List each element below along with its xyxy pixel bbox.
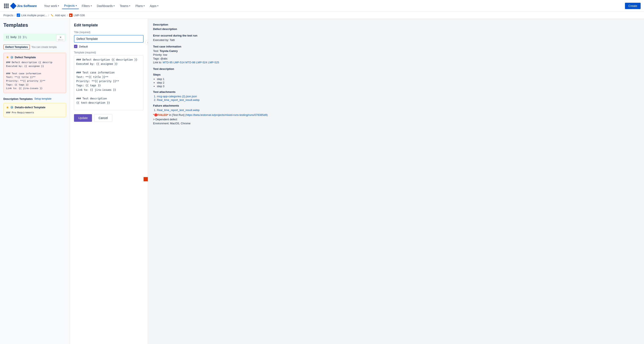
title-field-group: Title (required) [74,31,144,43]
chevron-icon: ▾ [157,5,158,7]
breadcrumb-lmp-536[interactable]: LMP-536 [74,14,85,17]
desc-templates-section: Description Templates Setup template [0,95,70,101]
chevron-icon: ▾ [91,5,92,7]
sidebar-header: Templates [0,19,70,31]
error-section-title: Error occurred during the test run [153,34,639,37]
update-button[interactable]: Update [74,114,92,122]
breadcrumb-red-icon: ▶ [69,13,72,17]
attachment-link-2[interactable]: Real_time_report_test_result.webp [157,98,200,102]
title-input[interactable] [74,35,144,43]
template-field-label: Template (required) [74,51,144,54]
template-field-group: Template (required) ### Defect descripti… [74,51,144,111]
title-field-label: Title (required) [74,31,144,34]
breadcrumb-link-multiple[interactable]: Link multiple projec... [21,14,47,17]
star-icon: ★ [6,106,9,109]
link-lmp514[interactable]: LMP-514 [173,61,184,64]
steps-section-title: Steps [153,73,639,76]
breadcrumb-pencil-icon: ✏️ [50,13,54,17]
main-layout: Templates {{ body }} }); × [Esc] Defect … [0,19,644,344]
details-defect-content: ### Pre-Requirements [6,111,64,115]
code-block: {{ body }} }); × [Esc] [4,33,66,41]
link-row: Link to: MTD-95 LMP-514 MTD-98 LMP-524 L… [153,61,639,64]
desc-templates-label: Description Templates [4,97,32,100]
failed-suffix: in [Test Run] [169,113,184,117]
svg-marker-0 [144,175,148,183]
test-case-section-title: Test case information [153,45,639,48]
details-defect-title: ★ ⚙️ Details-defect Template [6,106,64,109]
defect-templates-section: Defect Templates You can create templa [0,43,70,51]
panel-toggle-button[interactable]: › [145,40,148,45]
steps-section: Steps step 1 step 2 step 3 [153,73,639,88]
test-attachments-section: Test attachments mcg-app-categories (2).… [153,90,639,102]
steps-list: step 1 step 2 step 3 [157,77,639,88]
tags-row: Tags: @abc [153,57,639,60]
defect-template-card-title: ★ ⚙️ Defect Template [6,55,64,59]
nav-projects[interactable]: Projects ▾ [62,3,79,9]
list-item: step 1 [157,77,639,81]
nav-plans[interactable]: Plans ▾ [133,3,147,9]
details-defect-card[interactable]: ★ ⚙️ Details-defect Template ### Pre-Req… [4,103,66,117]
failed-row: *🔴FAILED* in [Test Run] (https://beta.te… [153,113,639,117]
nav-apps[interactable]: Apps ▾ [148,3,160,9]
chevron-icon: ▾ [76,4,77,7]
defect-templates-label: Defect Templates [4,44,30,49]
test-desc-section-title: Test description [153,67,639,70]
attachment-link-1[interactable]: mcg-app-categories (2).json.json [157,95,197,98]
nav-yourwork[interactable]: Your work ▾ [42,3,61,9]
grid-icon[interactable] [4,3,9,9]
link-lmp525[interactable]: LMP-525 [208,61,219,64]
breadcrumb-projects[interactable]: Projects [4,14,13,17]
link-lmp524[interactable]: LMP-524 [196,61,207,64]
center-panel: Edit template Title (required) ✓ Default… [70,19,148,344]
link-mtd98[interactable]: MTD-98 [186,61,195,64]
breadcrumb-blue-icon: 🔗 [17,13,20,17]
test-attachments-title: Test attachments [153,90,639,94]
list-item: step 2 [157,81,639,84]
environment-row: Environment: MacOS, Chrome [153,122,639,125]
close-overlay-button[interactable]: × [Esc] [56,35,65,42]
failed-link[interactable]: (https://beta.testomat.io/projects/mixed… [185,113,268,117]
defect-template-content: ### Defect description {{ descrip Execut… [6,61,64,90]
dependent-defect-row: > Dependent defect [153,118,639,121]
failure-attachment-link-1[interactable]: Real_time_report_test_result.webp [157,109,200,112]
nav-logo: Jira Software [11,3,37,8]
priority-row: Priority: low [153,53,639,56]
nav-items: Your work ▾ Projects ▾ Filters ▾ Dashboa… [42,3,625,9]
left-sidebar: Templates {{ body }} }); × [Esc] Defect … [0,19,70,344]
breadcrumb-add-epic[interactable]: Add epic [55,14,66,17]
link-mtd95[interactable]: MTD-95 [163,61,173,64]
list-item: step 3 [157,85,639,88]
gear-icon: ⚙️ [10,106,14,109]
test-name-row: Test: Toyota Camry [153,49,639,53]
nav-logo-text: Jira Software [17,4,37,7]
default-checkbox[interactable]: ✓ [74,45,78,48]
defect-template-card[interactable]: ★ ⚙️ Defect Template ### Defect descript… [4,53,66,93]
chevron-icon: ▾ [129,5,130,7]
cancel-button[interactable]: Cancel [94,114,112,122]
failure-attachments-section: Failure attachments Real_time_report_tes… [153,104,639,112]
nav-teams[interactable]: Teams ▾ [118,3,132,9]
list-item[interactable]: Real_time_report_test_result.webp [157,98,639,102]
star-icon: ★ [6,55,9,59]
executed-by: Executed by: Tatti [153,38,639,42]
description-title: Defect description [153,27,639,31]
action-buttons: Update Cancel [74,114,144,122]
failed-badge: *🔴FAILED* [153,113,168,117]
error-section: Error occurred during the test run Execu… [153,34,639,42]
template-textarea[interactable]: ### Defect description {{ description }}… [74,55,144,110]
nav-filters[interactable]: Filters ▾ [80,3,94,9]
chevron-icon: ▾ [58,5,59,7]
default-label: Default [79,45,88,48]
create-button[interactable]: Create [625,3,640,9]
defect-templates-subtitle: You can create templa [32,46,57,48]
chevron-icon: ▾ [144,5,144,7]
test-attachments-list: mcg-app-categories (2).json.json Real_ti… [157,95,639,102]
edit-template-title: Edit template [74,23,144,27]
nav-dashboards[interactable]: Dashboards ▾ [95,3,117,9]
description-section-title: Description [153,23,639,26]
jira-diamond [10,2,16,9]
top-nav: Jira Software Your work ▾ Projects ▾ Fil… [0,0,644,12]
list-item[interactable]: mcg-app-categories (2).json.json [157,95,639,98]
setup-template-link[interactable]: Setup template [34,97,52,100]
list-item[interactable]: Real_time_report_test_result.webp [157,109,639,112]
